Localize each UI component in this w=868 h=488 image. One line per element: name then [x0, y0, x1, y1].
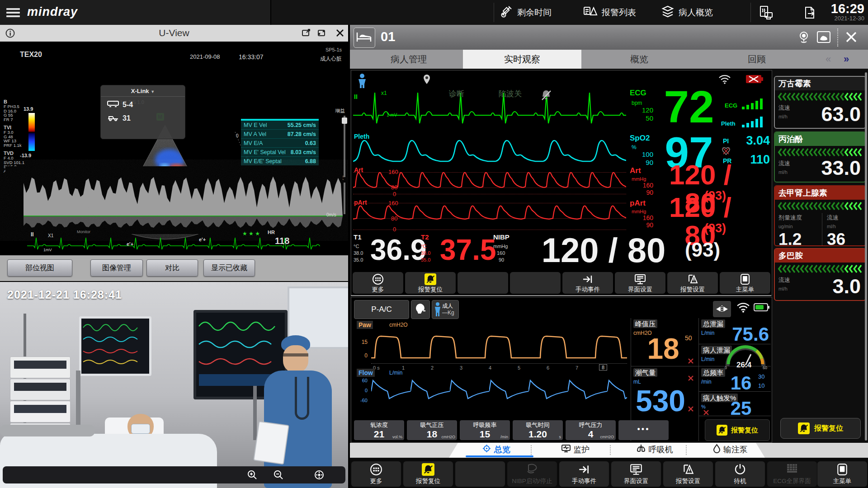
zoom-in-icon[interactable]: [247, 469, 258, 482]
leak-unit: L/min: [701, 330, 714, 336]
power-icon: [715, 461, 765, 477]
fio2-setting[interactable]: 氧浓度21vol.%: [354, 420, 404, 440]
vent-mode-button[interactable]: P-A/C: [354, 300, 409, 319]
alarm-setup-icon: [663, 461, 713, 477]
gain-slider-handle[interactable]: [342, 117, 347, 124]
blank-button[interactable]: [455, 461, 505, 487]
xlink-popup[interactable]: X-Link ▼ 5-4 31: [100, 85, 185, 139]
snapshot-icon[interactable]: [816, 30, 831, 46]
tvi-params: TVI F 3.0G 48 WF 13PRF 1.1k: [4, 125, 22, 147]
tab-review[interactable]: 回顾: [721, 50, 793, 69]
tab-ventilator[interactable]: 呼吸机: [621, 443, 689, 456]
flow-scale-mid: 0: [355, 388, 368, 393]
pump-card-vancomycin[interactable]: 万古霉素 流速ml/h 63.0: [774, 76, 866, 129]
vent-alarm-reset-button[interactable]: 报警复位: [705, 419, 770, 441]
nibp-map: (93): [678, 239, 727, 261]
pump-card-dopamine[interactable]: 多巴胺 流速ml/h 3.0: [774, 248, 866, 301]
main-menu-icon: [720, 272, 770, 285]
tab-monitor[interactable]: 监护: [542, 443, 609, 456]
doppler-colorbar: [28, 113, 35, 151]
image-manage-button[interactable]: 图像管理: [90, 259, 143, 277]
compare-button[interactable]: 对比: [146, 259, 198, 277]
tab-realtime-view[interactable]: 实时观察: [463, 50, 581, 69]
divider: [494, 3, 494, 22]
alarm-list-button[interactable]: 报警列表: [583, 0, 636, 25]
tabs-prev-icon[interactable]: «: [826, 53, 831, 65]
patient-type-button[interactable]: 成人 —Kg: [432, 300, 459, 319]
manual-event-icon: [562, 272, 613, 285]
sidebar-scrollbar[interactable]: [865, 72, 867, 441]
more-button[interactable]: 更多: [353, 272, 403, 294]
export-icon[interactable]: [804, 6, 817, 21]
screen-setup-button[interactable]: 界面设置: [611, 461, 661, 487]
exam-date: 2021-09-08: [190, 53, 220, 60]
tinsp-setting[interactable]: 吸气时间1.20s: [513, 420, 563, 440]
ecg-lo-limit: 50: [630, 114, 653, 122]
alarm-setup-button[interactable]: 报警设置: [663, 461, 713, 487]
show-favorites-button[interactable]: 显示已收藏: [203, 259, 255, 277]
ecg-unit: bpm: [630, 98, 662, 107]
tab-overview-main[interactable]: 总览: [462, 443, 530, 456]
manual-event-button[interactable]: 手动事件: [562, 272, 613, 294]
close-icon[interactable]: [335, 28, 344, 39]
device-icon: [107, 100, 119, 109]
pump-card-norepinephrine[interactable]: 去甲肾上腺素 剂量速度ug/min 1.2 流速ml/h 36: [774, 185, 866, 246]
pan-icon[interactable]: [314, 469, 325, 482]
infusion-progress-chevrons: [777, 147, 863, 157]
gain-slider[interactable]: [344, 116, 345, 177]
infusion-progress-chevrons: [777, 92, 863, 102]
niv-mask-icon[interactable]: [411, 300, 430, 319]
depth-slider[interactable]: [344, 183, 345, 214]
hamburger-menu-icon[interactable]: [6, 6, 20, 19]
popout-icon[interactable]: [302, 29, 311, 39]
screen: mindray 剩余时间 报警列表 病人概览 16:29 2021-12-30: [0, 0, 868, 488]
blank-button[interactable]: [510, 272, 561, 294]
alarm-setup-button[interactable]: 报警设置: [667, 272, 718, 294]
wifi-icon: [718, 74, 731, 86]
rate-setting[interactable]: 呼吸频率15/min: [460, 420, 510, 440]
record-print-button[interactable]: [759, 5, 774, 22]
close-remote-icon[interactable]: [844, 30, 858, 46]
tab-patient-management[interactable]: 病人管理: [368, 50, 449, 69]
maximize-icon[interactable]: [318, 29, 327, 39]
remaining-time-button[interactable]: 剩余时间: [500, 0, 552, 25]
zoom-out-icon[interactable]: [273, 469, 284, 482]
photo-monitor: [79, 316, 151, 376]
alarm-reset-button[interactable]: 报警复位: [403, 461, 453, 487]
tabs-next-icon[interactable]: »: [844, 53, 849, 65]
standby-button[interactable]: 待机: [715, 461, 765, 487]
main-menu-button[interactable]: 主菜单: [817, 461, 867, 487]
more-settings-button[interactable]: •••: [618, 420, 669, 440]
paw-scale-hi: 15: [359, 339, 368, 345]
xlink-row2: 31: [123, 114, 131, 122]
vent-battery-icon: [754, 303, 770, 314]
measure-value: 0.63: [305, 140, 316, 146]
webcam-icon[interactable]: [797, 31, 810, 46]
pinsp-setting[interactable]: 吸气正压18cmH2O: [407, 420, 457, 440]
probe-label: TEX20: [20, 51, 42, 59]
main-menu-button[interactable]: 主菜单: [720, 272, 770, 294]
alarm-reset-button[interactable]: 报警复位: [405, 272, 456, 294]
bed-button[interactable]: [354, 28, 375, 48]
tab-overview[interactable]: 概览: [603, 50, 675, 69]
body-view-button[interactable]: 部位视图: [7, 259, 72, 277]
pump-alarm-reset-button[interactable]: 报警复位: [780, 418, 861, 439]
strip-gain: X1: [48, 233, 53, 238]
expand-icon[interactable]: [713, 301, 731, 317]
rate-value: 33.0: [821, 156, 861, 180]
part-scale-mid: 80: [391, 215, 397, 222]
screen-setup-button[interactable]: 界面设置: [615, 272, 665, 294]
drug-name: 多巴胺: [775, 249, 865, 263]
measure-value: 8.03 cm/s: [291, 149, 316, 155]
paw-waveform: [371, 329, 627, 363]
rate-value: 16: [727, 372, 755, 394]
patient-overview-button[interactable]: 病人概览: [661, 0, 713, 25]
peep-setting[interactable]: 呼气压力4cmH2O: [566, 420, 616, 440]
pump-card-propofol[interactable]: 丙泊酚 流速ml/h 33.0: [774, 131, 866, 183]
tab-infusion[interactable]: 输注泵: [697, 443, 764, 456]
x-tick: 6: [547, 365, 549, 371]
manual-event-button[interactable]: 手动事件: [559, 461, 609, 487]
blank-button[interactable]: [458, 272, 508, 294]
nibp-label: NIBP: [493, 233, 509, 241]
more-button[interactable]: 更多: [351, 461, 401, 487]
